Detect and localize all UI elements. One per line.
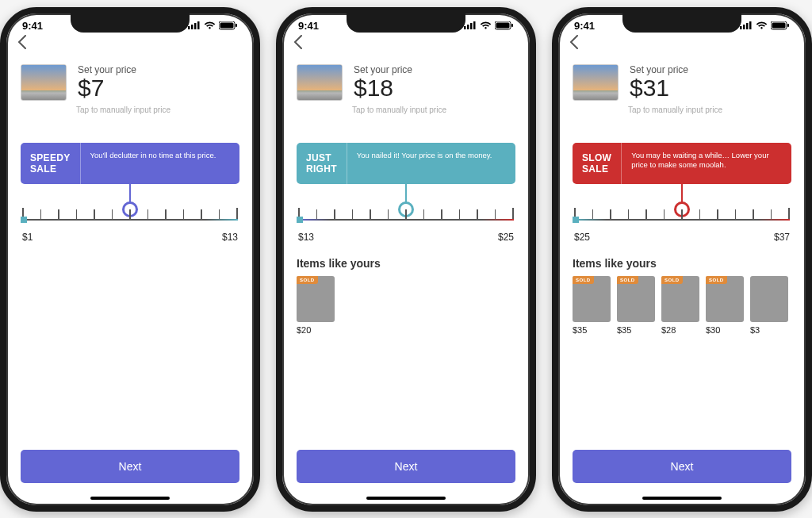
sold-badge: SOLD (297, 276, 318, 284)
price-label: Set your price (354, 64, 412, 75)
item-price: $35 (617, 325, 655, 335)
svg-rect-3 (197, 21, 200, 29)
range-min: $13 (298, 232, 314, 243)
next-button[interactable]: Next (21, 450, 239, 483)
signal-icon (464, 21, 477, 29)
price-slider-axis[interactable] (298, 208, 514, 227)
item-thumbnail: SOLD (661, 276, 699, 322)
phone-mockup: 9:41 Set your price $31 Tap to manually … (552, 7, 812, 512)
price-hint: Tap to manually input price (6, 104, 254, 114)
feedback-tag: SLOW SALE (573, 143, 622, 185)
price-label: Set your price (78, 64, 136, 75)
phone-mockup: 9:41 Set your price $7 Tap to manually i… (0, 7, 260, 512)
svg-rect-17 (749, 21, 752, 29)
next-button[interactable]: Next (573, 450, 791, 483)
svg-rect-10 (473, 21, 476, 29)
phone-mockup: 9:41 Set your price $18 Tap to manually … (276, 7, 536, 512)
price-slider-axis[interactable] (574, 208, 790, 227)
price-feedback-bubble: SLOW SALE You may be waiting a while… Lo… (573, 143, 791, 185)
similar-item[interactable]: $3 (750, 276, 788, 335)
sold-badge: SOLD (617, 276, 638, 284)
battery-icon (219, 21, 238, 30)
chevron-left-icon (293, 35, 303, 49)
item-price: $28 (661, 325, 699, 335)
item-thumbnail: SOLD (573, 276, 611, 322)
price-value[interactable]: $31 (630, 75, 688, 101)
svg-rect-9 (470, 23, 473, 29)
wifi-icon (756, 21, 768, 30)
home-indicator (90, 497, 170, 500)
svg-rect-6 (236, 24, 237, 27)
svg-rect-16 (746, 23, 749, 29)
svg-rect-19 (772, 22, 786, 28)
price-label: Set your price (630, 64, 688, 75)
svg-rect-2 (194, 23, 197, 29)
price-feedback-bubble: JUST RIGHT You nailed it! Your price is … (297, 143, 515, 185)
svg-rect-15 (743, 25, 745, 29)
price-slider-axis[interactable] (22, 208, 238, 227)
similar-items-heading: Items like yours (573, 257, 791, 270)
status-time: 9:41 (298, 20, 319, 32)
svg-rect-20 (787, 24, 789, 27)
svg-rect-5 (220, 22, 234, 28)
item-thumbnail: SOLD (297, 276, 335, 322)
device-notch (71, 13, 190, 33)
axis-line (574, 219, 790, 221)
svg-rect-13 (511, 24, 513, 27)
feedback-tag: JUST RIGHT (297, 143, 347, 185)
similar-items-row: SOLD $35 SOLD $35 SOLD $28 SOLD $30 (573, 276, 791, 335)
back-button[interactable] (6, 32, 254, 56)
signal-icon (740, 21, 753, 29)
next-button[interactable]: Next (297, 450, 515, 483)
similar-items-heading: Items like yours (297, 257, 515, 270)
battery-icon (771, 21, 790, 30)
price-value[interactable]: $7 (78, 75, 136, 101)
item-thumbnail: SOLD (617, 276, 655, 322)
listing-thumbnail (297, 64, 343, 101)
back-button[interactable] (558, 32, 806, 56)
similar-item[interactable]: SOLD $28 (661, 276, 699, 335)
svg-rect-1 (191, 25, 193, 29)
home-indicator (366, 497, 446, 500)
feedback-message: You nailed it! Your price is on the mone… (347, 143, 515, 185)
similar-item[interactable]: SOLD $35 (573, 276, 611, 335)
item-thumbnail (750, 276, 788, 322)
svg-rect-7 (464, 26, 466, 29)
range-max: $37 (774, 232, 790, 243)
back-button[interactable] (282, 32, 530, 56)
item-price: $35 (573, 325, 611, 335)
item-price: $20 (297, 325, 335, 335)
svg-rect-0 (188, 26, 190, 29)
signal-icon (188, 21, 201, 29)
svg-rect-12 (496, 22, 510, 28)
similar-items-row: SOLD $20 (297, 276, 515, 335)
axis-line (22, 219, 238, 221)
range-max: $13 (222, 232, 238, 243)
device-notch (622, 13, 741, 33)
range-max: $25 (498, 232, 514, 243)
svg-rect-8 (467, 25, 469, 29)
item-price: $3 (750, 325, 788, 335)
feedback-tag: SPEEDY SALE (21, 143, 81, 185)
battery-icon (495, 21, 514, 30)
price-hint: Tap to manually input price (282, 104, 530, 114)
price-value[interactable]: $18 (354, 75, 412, 101)
device-notch (347, 13, 465, 33)
status-time: 9:41 (22, 20, 43, 32)
price-hint: Tap to manually input price (558, 104, 806, 114)
status-time: 9:41 (574, 20, 595, 32)
similar-item[interactable]: SOLD $30 (706, 276, 744, 335)
listing-thumbnail (573, 64, 619, 101)
similar-item[interactable]: SOLD $20 (297, 276, 335, 335)
feedback-message: You may be waiting a while… Lower your p… (622, 143, 791, 185)
similar-item[interactable]: SOLD $35 (617, 276, 655, 335)
item-price: $30 (706, 325, 744, 335)
sold-badge: SOLD (573, 276, 594, 284)
sold-badge: SOLD (661, 276, 683, 284)
wifi-icon (480, 21, 492, 30)
chevron-left-icon (17, 35, 27, 49)
sold-badge: SOLD (706, 276, 727, 284)
wifi-icon (204, 21, 216, 30)
svg-rect-14 (740, 26, 742, 29)
listing-thumbnail (21, 64, 67, 101)
